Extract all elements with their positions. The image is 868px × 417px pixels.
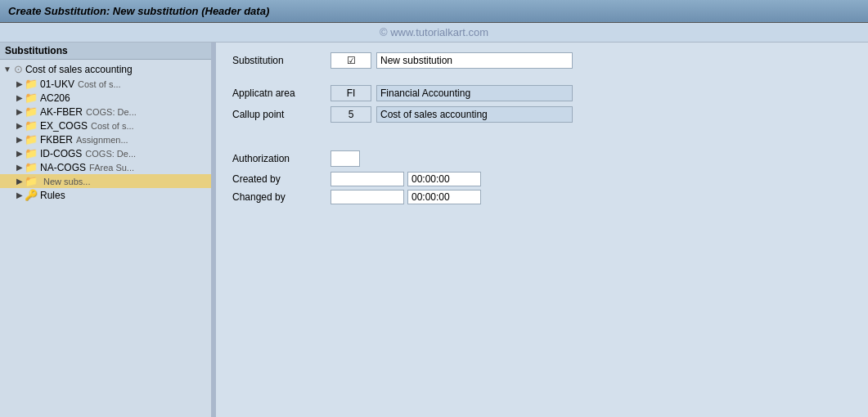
spacer1 [232,74,852,85]
expand-icon-fkber: ▶ [16,135,23,144]
tree-item-rules[interactable]: ▶ 🔑 Rules [0,188,211,202]
expand-icon-01ukv: ▶ [16,79,23,88]
folder-icon-excogs: 📁 [25,119,38,132]
folder-icon-nacogs: 📁 [25,161,38,173]
tree-item-newsub[interactable]: ▶ 📁 New subs... [0,174,211,188]
tree-container: ▼ ⊙ Cost of sales accounting ▶ 📁 01-UKV … [0,60,211,204]
tree-item-idcogs[interactable]: ▶ 📁 ID-COGS COGS: De... [0,146,211,160]
title-bar: Create Substitution: New substitution (H… [0,0,868,23]
label-fkber: FKBER [40,134,73,146]
watermark-text: © www.tutorialkart.com [380,26,488,38]
callup-point-code[interactable] [331,106,371,123]
label-01ukv: 01-UKV [40,78,74,90]
tree-item-excogs[interactable]: ▶ 📁 EX_COGS Cost of s... [0,119,211,132]
rules-icon: 🔑 [25,189,38,201]
desc-excogs: Cost of s... [91,121,134,131]
changed-by-label: Changed by [232,191,331,203]
changed-by-field1[interactable] [331,190,404,204]
callup-point-label: Callup point [232,109,331,120]
label-ac206: AC206 [40,92,70,104]
folder-icon-ac206: 📁 [25,92,38,104]
left-panel: Substitutions ▼ ⊙ Cost of sales accounti… [0,43,213,417]
substitution-input[interactable] [376,52,573,69]
applicatn-area-value: Financial Accounting [376,85,573,101]
tree-item-fkber[interactable]: ▶ 📁 FKBER Assignmen... [0,132,211,146]
main-area: Substitutions ▼ ⊙ Cost of sales accounti… [0,43,868,417]
tree-item-akfber[interactable]: ▶ 📁 AK-FBER COGS: De... [0,105,211,119]
label-akfber: AK-FBER [40,106,83,118]
desc-01ukv: Cost of s... [78,79,121,89]
root-clock-icon: ⊙ [14,63,23,75]
desc-fkber: Assignmen... [76,135,128,145]
substitution-label: Substitution [232,55,331,66]
spacer2 [232,128,852,139]
spacer3 [232,139,852,150]
substitution-row: Substitution ☑ [232,52,852,69]
applicatn-area-row: Applicatn area Financial Accounting [232,85,852,101]
created-by-row: Created by 00:00:00 [232,172,852,186]
changed-by-time: 00:00:00 [407,190,481,204]
tree-root-item[interactable]: ▼ ⊙ Cost of sales accounting [0,61,211,77]
tree-item-01ukv[interactable]: ▶ 📁 01-UKV Cost of s... [0,77,211,91]
desc-idcogs: COGS: De... [85,149,136,159]
callup-point-value: Cost of sales accounting [376,106,573,123]
substitution-checkbox[interactable]: ☑ [331,52,371,69]
authorization-field[interactable] [331,150,360,167]
desc-newsub: New subs... [43,177,90,186]
label-rules: Rules [40,190,65,201]
applicatn-area-label: Applicatn area [232,87,331,99]
desc-nacogs: FArea Su... [89,163,134,173]
substitutions-header: Substitutions [0,43,211,60]
expand-icon-rules: ▶ [16,191,23,200]
expand-icon-idcogs: ▶ [16,149,23,158]
label-excogs: EX_COGS [40,120,88,132]
label-nacogs: NA-COGS [40,162,86,173]
folder-icon-fkber: 📁 [25,133,38,146]
tree-item-nacogs[interactable]: ▶ 📁 NA-COGS FArea Su... [0,160,211,174]
folder-icon-01ukv: 📁 [25,78,38,90]
watermark-bar: © www.tutorialkart.com [0,23,868,43]
expand-icon-ac206: ▶ [16,93,23,102]
created-by-time: 00:00:00 [407,172,481,186]
expand-icon-excogs: ▶ [16,121,23,130]
authorization-label: Authorization [232,153,331,164]
applicatn-area-code[interactable] [331,85,371,101]
folder-icon-newsub: 📁 [25,175,38,187]
title-text: Create Substitution: New substitution (H… [8,5,269,17]
desc-akfber: COGS: De... [86,107,137,117]
right-panel: Substitution ☑ Applicatn area Financial … [216,43,868,417]
changed-by-row: Changed by 00:00:00 [232,190,852,204]
created-by-field1[interactable] [331,172,404,186]
root-label: Cost of sales accounting [25,64,133,75]
root-expand-icon: ▼ [3,65,11,74]
expand-icon-nacogs: ▶ [16,163,23,172]
callup-point-row: Callup point Cost of sales accounting [232,106,852,123]
expand-icon-akfber: ▶ [16,107,23,116]
tree-item-ac206[interactable]: ▶ 📁 AC206 [0,91,211,105]
authorization-row: Authorization [232,150,852,167]
label-idcogs: ID-COGS [40,148,82,159]
folder-icon-akfber: 📁 [25,105,38,118]
folder-icon-idcogs: 📁 [25,147,38,159]
created-by-label: Created by [232,173,331,185]
expand-icon-newsub: ▶ [16,177,23,186]
